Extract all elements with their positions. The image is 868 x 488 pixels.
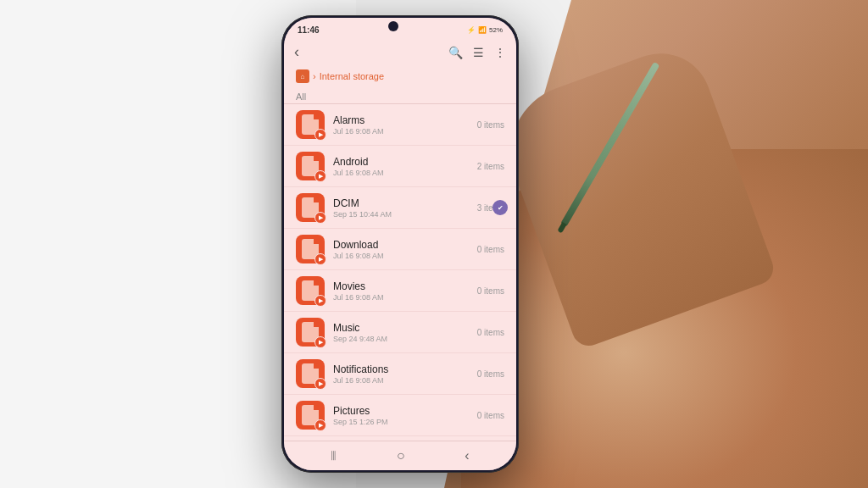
file-count: 0 items (477, 328, 504, 337)
file-count: 2 items (477, 162, 504, 171)
nav-action-icons: 🔍 ☰ ⋮ (448, 46, 506, 59)
file-count: 0 items (477, 369, 504, 379)
file-name: Download (333, 239, 477, 251)
back-gesture-button[interactable]: ‹ (465, 448, 469, 463)
breadcrumb-path[interactable]: Internal storage (320, 71, 384, 81)
list-item[interactable]: ▶ DCIM Sep 15 10:44 AM 3 items ✔ (284, 187, 516, 229)
file-icon: ▶ (296, 359, 325, 388)
file-icon: ▶ (296, 152, 325, 180)
file-icon: ▶ (296, 110, 325, 139)
file-info: Android Jul 16 9:08 AM (333, 156, 477, 177)
file-date: Sep 24 9:48 AM (333, 335, 477, 343)
search-icon[interactable]: 🔍 (448, 46, 463, 59)
file-icon-badge: ▶ (314, 378, 326, 390)
recent-apps-button[interactable]: ⦀ (331, 448, 337, 463)
file-list: ▶ Alarms Jul 16 9:08 AM 0 items ▶ Androi… (284, 104, 516, 441)
list-item[interactable]: ▶ Playlists Sep 23 3:53 PM 0 items (284, 436, 516, 441)
file-icon-badge: ▶ (314, 253, 326, 265)
file-name: DCIM (333, 197, 477, 209)
file-icon: ▶ (296, 193, 325, 222)
file-info: Download Jul 16 9:08 AM (333, 239, 477, 260)
list-item[interactable]: ▶ Music Sep 24 9:48 AM 0 items (284, 312, 516, 353)
navigation-bar: ‹ 🔍 ☰ ⋮ (284, 38, 516, 66)
file-items-container: ▶ Alarms Jul 16 9:08 AM 0 items ▶ Androi… (284, 104, 516, 441)
file-info: Pictures Sep 15 1:26 PM (333, 405, 477, 426)
file-date: Sep 15 1:26 PM (333, 418, 477, 426)
file-icon-badge: ▶ (314, 170, 326, 182)
file-info: Music Sep 24 9:48 AM (333, 322, 477, 343)
file-icon: ▶ (296, 235, 325, 263)
breadcrumb: ⌂ › Internal storage (284, 66, 516, 88)
wifi-icon: 📶 (478, 26, 487, 34)
list-item[interactable]: ▶ Movies Jul 16 9:08 AM 0 items (284, 270, 516, 312)
back-button[interactable]: ‹ (294, 43, 299, 61)
file-date: Jul 16 9:08 AM (333, 252, 477, 260)
bluetooth-icon: ⚡ (467, 26, 476, 34)
more-options-icon[interactable]: ⋮ (494, 46, 506, 59)
list-item[interactable]: ▶ Android Jul 16 9:08 AM 2 items (284, 146, 516, 187)
list-item[interactable]: ▶ Notifications Jul 16 9:08 AM 0 items (284, 353, 516, 395)
file-date: Jul 16 9:08 AM (333, 376, 477, 385)
phone-device: 11:46 ⚡ 📶 52% ‹ 🔍 ☰ ⋮ ⌂ › Internal stora… (281, 15, 519, 473)
file-info: Notifications Jul 16 9:08 AM (333, 363, 477, 385)
status-icons: ⚡ 📶 52% (467, 26, 503, 34)
file-info: DCIM Sep 15 10:44 AM (333, 197, 477, 219)
file-count: 0 items (477, 411, 504, 420)
file-icon-badge: ▶ (314, 336, 326, 348)
home-icon[interactable]: ⌂ (296, 69, 309, 83)
file-count: 0 items (477, 286, 504, 296)
file-icon-badge: ▶ (314, 419, 326, 431)
file-name: Music (333, 322, 477, 334)
file-date: Jul 16 9:08 AM (333, 293, 477, 302)
file-info: Alarms Jul 16 9:08 AM (333, 114, 477, 136)
file-name: Movies (333, 280, 477, 292)
status-time: 11:46 (298, 25, 320, 35)
phone-screen: 11:46 ⚡ 📶 52% ‹ 🔍 ☰ ⋮ ⌂ › Internal stora… (284, 18, 516, 470)
file-count: 0 items (477, 245, 504, 254)
file-date: Sep 15 10:44 AM (333, 210, 477, 219)
breadcrumb-separator: › (313, 71, 316, 81)
file-name: Android (333, 156, 477, 168)
file-date: Jul 16 9:08 AM (333, 169, 477, 177)
status-bar: 11:46 ⚡ 📶 52% (284, 18, 516, 38)
file-icon-badge: ▶ (314, 212, 326, 224)
dcim-highlight-badge: ✔ (492, 200, 508, 215)
list-item[interactable]: ▶ Pictures Sep 15 1:26 PM 0 items (284, 395, 516, 436)
section-label: All (296, 92, 306, 102)
home-button[interactable]: ○ (397, 448, 405, 463)
file-name: Alarms (333, 114, 477, 126)
bottom-navigation: ⦀ ○ ‹ (284, 441, 516, 470)
list-item[interactable]: ▶ Alarms Jul 16 9:08 AM 0 items (284, 104, 516, 146)
battery-icon: 52% (489, 26, 503, 34)
file-icon: ▶ (296, 401, 325, 430)
file-icon: ▶ (296, 276, 325, 305)
file-icon-badge: ▶ (314, 129, 326, 141)
section-header: All (284, 88, 516, 104)
file-count: 0 items (477, 120, 504, 130)
list-view-icon[interactable]: ☰ (473, 46, 484, 59)
file-info: Movies Jul 16 9:08 AM (333, 280, 477, 302)
camera-notch (388, 21, 398, 31)
list-item[interactable]: ▶ Download Jul 16 9:08 AM 0 items (284, 229, 516, 270)
file-date: Jul 16 9:08 AM (333, 127, 477, 136)
file-name: Notifications (333, 363, 477, 375)
file-name: Pictures (333, 405, 477, 417)
file-icon: ▶ (296, 318, 325, 347)
file-icon-badge: ▶ (314, 295, 326, 307)
